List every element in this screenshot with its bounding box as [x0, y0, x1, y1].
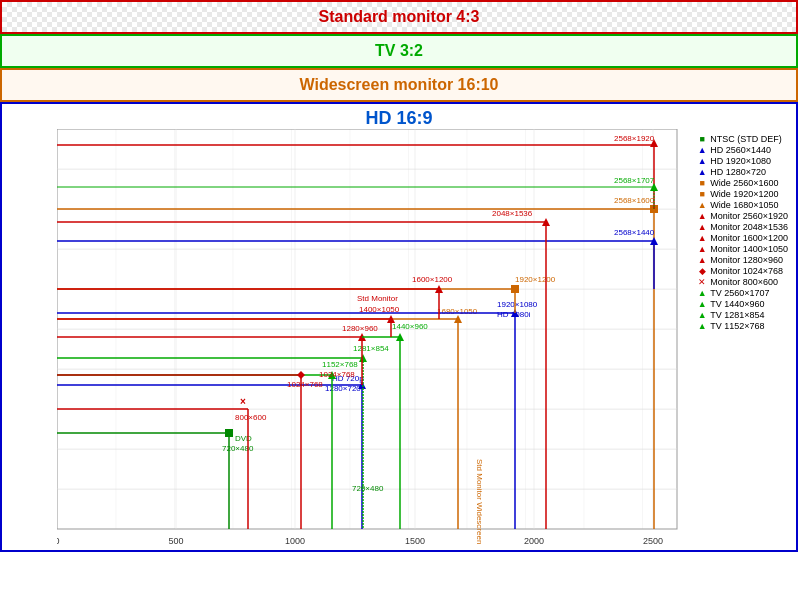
legend-label: TV 1152×768	[710, 321, 764, 331]
legend-label: TV 1281×854	[710, 310, 764, 320]
svg-text:1600×1200: 1600×1200	[412, 275, 453, 284]
svg-text:1500: 1500	[405, 536, 425, 546]
svg-text:1024×768: 1024×768	[319, 370, 355, 379]
svg-text:1281×854: 1281×854	[353, 344, 389, 353]
banner-tv: TV 3:2	[0, 34, 798, 68]
banner-widescreen: Widescreen monitor 16:10	[0, 68, 798, 102]
svg-text:0: 0	[57, 536, 60, 546]
legend-label: Monitor 1600×1200	[710, 233, 788, 243]
legend-label: TV 1440×960	[710, 299, 764, 309]
svg-rect-83	[511, 285, 519, 293]
svg-text:1920×1080: 1920×1080	[497, 300, 538, 309]
svg-text:1280×720: 1280×720	[325, 384, 361, 393]
svg-text:720×480: 720×480	[352, 484, 384, 493]
svg-text:1024×768: 1024×768	[287, 380, 323, 389]
svg-text:2568×1707: 2568×1707	[614, 176, 655, 185]
svg-text:DVD: DVD	[235, 434, 252, 443]
svg-text:2000: 2000	[524, 536, 544, 546]
svg-text:HD 1080i: HD 1080i	[497, 310, 531, 319]
svg-text:500: 500	[168, 536, 183, 546]
chart-area: HD 16:9 ■NTSC (STD DEF)▲HD 2560×1440▲HD …	[0, 102, 798, 552]
svg-text:1280×960: 1280×960	[342, 324, 378, 333]
svg-text:720×480: 720×480	[222, 444, 254, 453]
svg-text:2568×1440: 2568×1440	[614, 228, 655, 237]
svg-text:1920×1200: 1920×1200	[515, 275, 556, 284]
svg-text:2048×1536: 2048×1536	[492, 209, 533, 218]
banner-standard-monitor: Standard monitor 4:3	[0, 0, 798, 34]
svg-text:2500: 2500	[643, 536, 663, 546]
svg-text:2568×1920: 2568×1920	[614, 134, 655, 143]
legend-label: Monitor 1280×960	[710, 255, 783, 265]
legend-label: Monitor 800×600	[710, 277, 778, 287]
legend-label: HD 1920×1080	[710, 156, 771, 166]
legend-label: Monitor 2048×1536	[710, 222, 788, 232]
legend-label: Monitor 2560×1920	[710, 211, 788, 221]
legend-label: Wide 2560×1600	[710, 178, 778, 188]
svg-text:2568×1600: 2568×1600	[614, 196, 655, 205]
legend-label: HD 2560×1440	[710, 145, 771, 155]
svg-text:1000: 1000	[285, 536, 305, 546]
svg-text:1680×1050: 1680×1050	[437, 307, 478, 316]
svg-text:1440×960: 1440×960	[392, 322, 428, 331]
svg-text:Std Monitor Widescreen: Std Monitor Widescreen	[475, 459, 484, 544]
legend-label: Wide 1680×1050	[710, 200, 778, 210]
legend-label: Monitor 1024×768	[710, 266, 783, 276]
svg-rect-36	[225, 429, 233, 437]
legend-label: TV 2560×1707	[710, 288, 769, 298]
legend-label: HD 1280×720	[710, 167, 766, 177]
legend-label: NTSC (STD DEF)	[710, 134, 782, 144]
svg-text:1152×768: 1152×768	[322, 360, 358, 369]
svg-text:Std Monitor: Std Monitor	[357, 294, 398, 303]
legend-label: Monitor 1400×1050	[710, 244, 788, 254]
svg-text:×: ×	[240, 396, 246, 407]
legend-label: Wide 1920×1200	[710, 189, 778, 199]
svg-text:800×600: 800×600	[235, 413, 267, 422]
